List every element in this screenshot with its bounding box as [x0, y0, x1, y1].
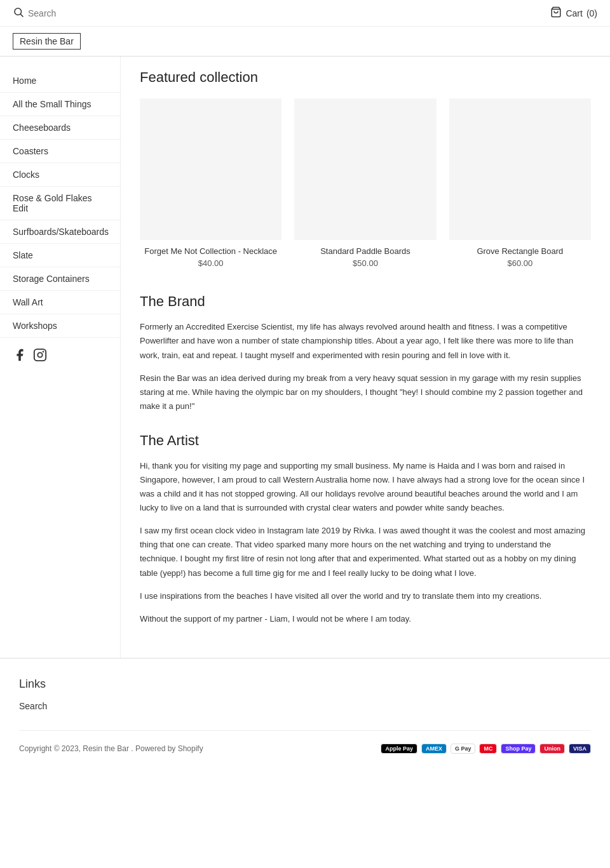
brand-bar: Resin the Bar — [0, 27, 610, 57]
svg-point-5 — [43, 352, 44, 352]
product-grid: Forget Me Not Collection - Necklace $40.… — [140, 98, 591, 268]
cart-button[interactable]: Cart (0) — [550, 6, 597, 20]
product-card[interactable]: Grove Rectangle Board $60.00 — [449, 98, 591, 268]
shopay-badge: Shop Pay — [501, 744, 536, 754]
footer-links: Search — [19, 701, 591, 711]
search-icon — [13, 6, 24, 20]
sidebar-item-wall-art[interactable]: Wall Art — [0, 291, 120, 314]
brand-paragraph: Resin the Bar was an idea derived during… — [140, 371, 591, 413]
footer-copyright: Copyright © 2023, Resin the Bar . Powere… — [19, 744, 203, 753]
sidebar-item-workshops[interactable]: Workshops — [0, 314, 120, 338]
sidebar-item-all-small[interactable]: All the Small Things — [0, 93, 120, 116]
cart-label: Cart — [566, 8, 582, 18]
sidebar-item-coasters[interactable]: Coasters — [0, 140, 120, 163]
sidebar-item-storage[interactable]: Storage Containers — [0, 267, 120, 291]
search-input[interactable] — [28, 8, 155, 18]
product-card[interactable]: Standard Paddle Boards $50.00 — [294, 98, 436, 268]
footer: Links Search Copyright © 2023, Resin the… — [0, 658, 610, 773]
sidebar-item-slate[interactable]: Slate — [0, 244, 120, 267]
product-price: $40.00 — [140, 258, 281, 268]
instagram-icon[interactable] — [33, 348, 47, 364]
svg-point-4 — [37, 352, 42, 357]
artist-paragraph: Without the support of my partner - Liam… — [140, 612, 591, 626]
svg-line-1 — [20, 14, 23, 17]
brand-section: The Brand Formerly an Accredited Exercis… — [140, 293, 591, 413]
sidebar-item-surfboards[interactable]: Surfboards/Skateboards — [0, 220, 120, 244]
artist-paragraph: I saw my first ocean clock video in Inst… — [140, 524, 591, 580]
header: Cart (0) — [0, 0, 610, 27]
product-price: $50.00 — [294, 258, 436, 268]
visa-badge: VISA — [569, 744, 591, 754]
sidebar: HomeAll the Small ThingsCheeseboardsCoas… — [0, 57, 121, 658]
brand-section-title: The Brand — [140, 293, 591, 310]
unionpay-badge: Union — [539, 744, 565, 754]
artist-paragraph: I use inspirations from the beaches I ha… — [140, 589, 591, 603]
apple-pay-badge: Apple Pay — [381, 744, 417, 754]
product-name: Grove Rectangle Board — [449, 246, 591, 256]
sidebar-social — [0, 338, 120, 374]
sidebar-item-clocks[interactable]: Clocks — [0, 163, 120, 187]
header-search-area — [13, 6, 550, 20]
sidebar-item-cheeseboards[interactable]: Cheeseboards — [0, 116, 120, 140]
footer-bottom: Copyright © 2023, Resin the Bar . Powere… — [19, 730, 591, 754]
mastercard-badge: MC — [479, 744, 497, 754]
artist-paragraph: Hi, thank you for visiting my page and s… — [140, 459, 591, 515]
footer-links-title: Links — [19, 678, 591, 691]
footer-brand-link[interactable]: Resin the Bar — [83, 744, 129, 753]
sidebar-nav: HomeAll the Small ThingsCheeseboardsCoas… — [0, 69, 120, 338]
svg-rect-3 — [34, 349, 46, 361]
product-image — [449, 98, 591, 240]
cart-count: (0) — [586, 8, 597, 18]
product-price: $60.00 — [449, 258, 591, 268]
facebook-icon[interactable] — [13, 348, 27, 364]
svg-point-0 — [15, 8, 22, 15]
product-name: Standard Paddle Boards — [294, 246, 436, 256]
product-image — [294, 98, 436, 240]
artist-section: The Artist Hi, thank you for visiting my… — [140, 432, 591, 626]
payment-icons: Apple Pay AMEX G Pay MC Shop Pay Union V… — [381, 744, 591, 754]
amex-badge: AMEX — [421, 744, 447, 754]
cart-icon — [550, 6, 562, 20]
product-image — [140, 98, 281, 240]
brand-paragraph: Formerly an Accredited Exercise Scientis… — [140, 320, 591, 362]
main-layout: HomeAll the Small ThingsCheeseboardsCoas… — [0, 57, 610, 658]
gpay-badge: G Pay — [451, 744, 476, 754]
footer-search-link[interactable]: Search — [19, 701, 591, 711]
main-content: Featured collection Forget Me Not Collec… — [121, 57, 610, 658]
brand-name[interactable]: Resin the Bar — [13, 33, 81, 50]
product-name: Forget Me Not Collection - Necklace — [140, 246, 281, 256]
artist-section-title: The Artist — [140, 432, 591, 449]
product-card[interactable]: Forget Me Not Collection - Necklace $40.… — [140, 98, 281, 268]
featured-title: Featured collection — [140, 69, 591, 86]
sidebar-item-rose-gold[interactable]: Rose & Gold Flakes Edit — [0, 187, 120, 220]
sidebar-item-home[interactable]: Home — [0, 69, 120, 93]
